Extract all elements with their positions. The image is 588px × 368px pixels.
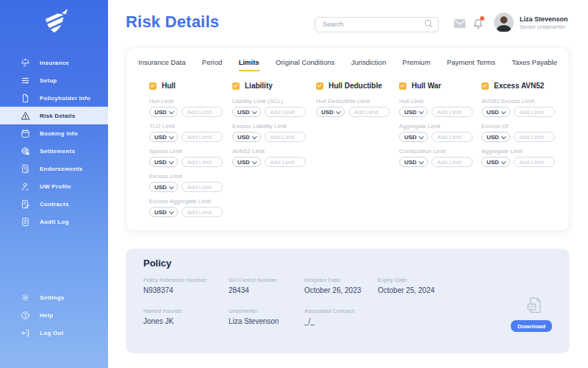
search-icon bbox=[423, 18, 434, 32]
tab-insurance-data[interactable]: Insurance Data bbox=[138, 58, 185, 71]
checkbox-checked-icon[interactable] bbox=[399, 82, 406, 90]
limit-input[interactable] bbox=[431, 157, 473, 167]
currency-select[interactable]: USD bbox=[232, 107, 261, 117]
tab-limits[interactable]: Limits bbox=[239, 58, 259, 71]
limit-input[interactable] bbox=[265, 132, 306, 142]
bell-icon[interactable] bbox=[473, 18, 484, 33]
sidebar-item-uw-profile[interactable]: UW Profile bbox=[0, 177, 108, 195]
limit-input[interactable] bbox=[348, 107, 390, 117]
policy-field-reference-number: Policy Reference Number: N938374 bbox=[143, 277, 208, 294]
currency-select[interactable]: USD bbox=[149, 107, 178, 117]
sidebar-item-label: UW Profile bbox=[40, 183, 71, 190]
svg-text:PDF: PDF bbox=[528, 305, 535, 308]
currency-select[interactable]: USD bbox=[399, 107, 428, 117]
group-title: Hull War bbox=[412, 82, 441, 90]
audit-log-icon bbox=[21, 217, 30, 227]
currency-value: USD bbox=[154, 134, 167, 141]
limit-input[interactable] bbox=[431, 132, 473, 142]
download-button[interactable]: Download bbox=[511, 320, 552, 332]
limit-input[interactable] bbox=[431, 107, 473, 117]
currency-value: USD bbox=[404, 159, 417, 166]
sidebar-item-insurance[interactable]: Insurance bbox=[0, 54, 108, 71]
sidebar-item-settlements[interactable]: Settlements bbox=[0, 142, 108, 160]
sidebar-item-settings[interactable]: Settings bbox=[0, 289, 108, 306]
limit-input[interactable] bbox=[182, 157, 223, 167]
logout-icon bbox=[21, 328, 30, 338]
checkbox-checked-icon[interactable] bbox=[232, 82, 240, 90]
field-label: Hull Deductible Limit bbox=[316, 98, 398, 105]
currency-value: USD bbox=[154, 159, 167, 166]
field-label: Excess Limit bbox=[149, 173, 232, 180]
limit-input[interactable] bbox=[514, 107, 555, 117]
policy-field-label: Named Insured: bbox=[143, 308, 182, 314]
currency-value: USD bbox=[154, 109, 167, 116]
currency-select[interactable]: USD bbox=[149, 182, 178, 192]
currency-select[interactable]: USD bbox=[399, 157, 428, 167]
currency-select[interactable]: USD bbox=[149, 157, 178, 167]
tab-period[interactable]: Period bbox=[202, 58, 222, 71]
limit-input[interactable] bbox=[182, 132, 223, 142]
checkbox-checked-icon[interactable] bbox=[316, 82, 323, 90]
currency-value: USD bbox=[487, 134, 499, 141]
currency-value: USD bbox=[237, 109, 250, 116]
sidebar-item-help[interactable]: Help bbox=[0, 306, 108, 324]
tab-original-conditions[interactable]: Original Conditions bbox=[276, 58, 334, 71]
field-label: Hull Limit bbox=[149, 98, 232, 105]
limits-group-excess-avn52: Excess AVN52 AVN52 Excess Limit USD Exce… bbox=[481, 82, 564, 173]
chevron-down-icon bbox=[501, 109, 506, 113]
currency-select[interactable]: USD bbox=[481, 107, 510, 117]
help-circle-icon bbox=[21, 311, 30, 320]
limit-input[interactable] bbox=[265, 107, 306, 117]
sidebar-item-label: Booking Info bbox=[40, 130, 78, 137]
checkbox-checked-icon[interactable] bbox=[481, 82, 489, 90]
avatar[interactable] bbox=[494, 13, 514, 32]
sidebar-item-log-out[interactable]: Log Out bbox=[0, 324, 108, 342]
sidebar-item-policyholder-info[interactable]: Policyholder Info bbox=[0, 89, 108, 107]
currency-select[interactable]: USD bbox=[481, 132, 510, 142]
document-edit-icon bbox=[21, 199, 30, 209]
currency-value: USD bbox=[154, 184, 167, 191]
currency-select[interactable]: USD bbox=[316, 107, 345, 117]
app-logo[interactable] bbox=[0, 6, 108, 43]
checkbox-checked-icon[interactable] bbox=[149, 82, 157, 90]
chevron-down-icon bbox=[419, 159, 423, 163]
policy-title: Policy bbox=[143, 258, 171, 269]
user-role: Senior Underwriter bbox=[520, 24, 566, 30]
tab-jurisdiction[interactable]: Jurisdiction bbox=[351, 58, 387, 71]
search-input[interactable] bbox=[315, 17, 439, 32]
limit-input[interactable] bbox=[182, 107, 223, 117]
currency-select[interactable]: USD bbox=[399, 132, 428, 142]
currency-value: USD bbox=[154, 209, 167, 216]
currency-select[interactable]: USD bbox=[149, 207, 178, 217]
limit-input[interactable] bbox=[182, 207, 223, 217]
currency-select[interactable]: USD bbox=[149, 132, 178, 142]
sidebar-nav: Insurance Setup Policyholder Info Risk D… bbox=[0, 54, 108, 230]
policy-field-label: Underwriter: bbox=[229, 308, 279, 314]
currency-select[interactable]: USD bbox=[232, 157, 261, 167]
policy-field-value: _/_ bbox=[304, 317, 355, 325]
sidebar-item-risk-details[interactable]: Risk Details bbox=[0, 107, 108, 124]
tab-premium[interactable]: Premium bbox=[403, 58, 431, 71]
sidebar-item-audit-log[interactable]: Audit Log bbox=[0, 213, 108, 230]
field-label: Hull Limit bbox=[399, 98, 481, 105]
policy-field-value: N938374 bbox=[143, 286, 208, 294]
limits-group-hull: Hull Hull Limit USD TLO Limit USD Spares… bbox=[149, 82, 232, 223]
field-label: Aggregate Limit bbox=[399, 123, 481, 130]
sidebar-item-label: Contracts bbox=[40, 201, 69, 208]
tab-payment-terms[interactable]: Payment Terms bbox=[447, 58, 495, 71]
limit-input[interactable] bbox=[514, 157, 555, 167]
envelope-icon[interactable] bbox=[453, 18, 466, 32]
tab-taxes-payable[interactable]: Taxes Payable bbox=[512, 58, 557, 71]
currency-select[interactable]: USD bbox=[481, 157, 510, 167]
sidebar-item-contracts[interactable]: Contracts bbox=[0, 195, 108, 213]
field-label: Excess Liability Limit bbox=[232, 123, 315, 130]
limit-input[interactable] bbox=[265, 157, 306, 167]
sidebar-item-endorsements[interactable]: Endorsements bbox=[0, 160, 108, 177]
limit-input[interactable] bbox=[182, 182, 223, 192]
currency-select[interactable]: USD bbox=[232, 132, 261, 142]
sidebar-item-setup[interactable]: Setup bbox=[0, 71, 108, 89]
limit-input[interactable] bbox=[514, 132, 555, 142]
policy-field-value: Liza Stevenson bbox=[229, 317, 279, 325]
sidebar-item-booking-info[interactable]: Booking Info bbox=[0, 124, 108, 142]
notification-dot bbox=[480, 16, 484, 21]
